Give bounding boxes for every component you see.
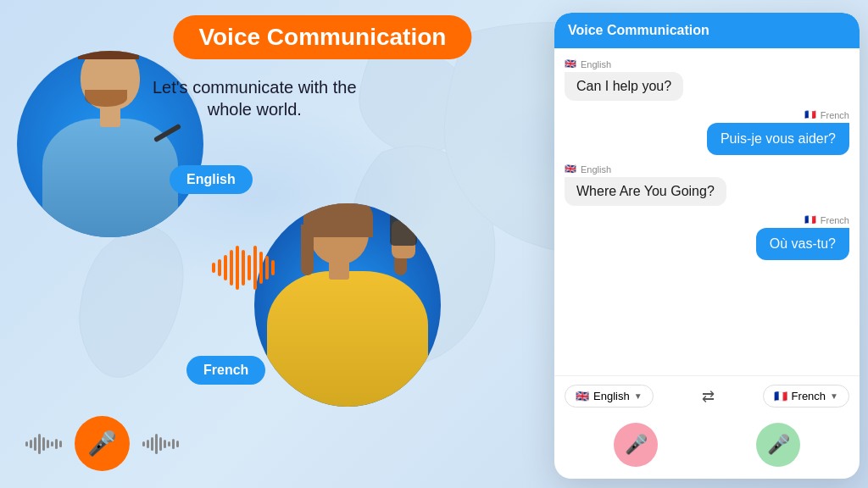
left-lang-label: English: [593, 390, 630, 402]
msg-lang-2: English: [581, 164, 611, 175]
message-3: 🇫🇷 French Où vas-tu?: [756, 214, 849, 260]
message-2: 🇬🇧 English Where Are You Going?: [565, 164, 726, 206]
msg-flag-2: 🇬🇧: [565, 164, 576, 175]
phone-header-title: Voice Communication: [568, 23, 846, 38]
person-circle-right: [254, 203, 441, 407]
message-1: 🇫🇷 French Puis-je vous aider?: [707, 109, 849, 155]
subtitle-line2: whole world.: [153, 98, 357, 120]
right-lang-chevron: ▼: [830, 391, 838, 401]
bottom-mic-area: 🎤: [25, 416, 179, 471]
right-lang-label: French: [792, 390, 826, 402]
msg-bubble-3: Où vas-tu?: [756, 228, 849, 260]
msg-label-0: 🇬🇧 English: [565, 58, 683, 69]
center-sound-waves: [212, 246, 275, 290]
msg-label-2: 🇬🇧 English: [565, 164, 726, 175]
french-badge: French: [186, 356, 265, 385]
msg-flag-0: 🇬🇧: [565, 58, 576, 69]
left-lang-chevron: ▼: [634, 391, 643, 401]
msg-bubble-0: Can I help you?: [565, 72, 683, 101]
msg-label-3: 🇫🇷 French: [756, 214, 849, 225]
message-0: 🇬🇧 English Can I help you?: [565, 58, 683, 101]
swap-icon[interactable]: ⇄: [702, 387, 715, 406]
msg-lang-3: French: [821, 215, 849, 225]
app-title: Voice Communication: [198, 24, 446, 51]
phone-header: Voice Communication: [554, 13, 860, 48]
left-section: Voice Communication Let's communicate wi…: [0, 0, 526, 488]
mic-button-main[interactable]: 🎤: [75, 416, 130, 471]
msg-label-1: 🇫🇷 French: [707, 109, 849, 120]
subtitle: Let's communicate with the whole world.: [153, 76, 357, 120]
msg-flag-1: 🇫🇷: [804, 109, 816, 120]
left-flag-icon: 🇬🇧: [576, 390, 589, 402]
left-lang-btn[interactable]: 🇬🇧 English ▼: [565, 385, 654, 408]
right-lang-btn[interactable]: 🇫🇷 French ▼: [763, 385, 849, 408]
subtitle-line1: Let's communicate with the: [153, 76, 357, 98]
msg-bubble-2: Where Are You Going?: [565, 177, 726, 206]
title-banner: Voice Communication: [173, 15, 471, 59]
chat-area: 🇬🇧 English Can I help you? 🇫🇷 French Pui…: [554, 48, 860, 375]
phone-ui: Voice Communication 🇬🇧 English Can I hel…: [554, 13, 860, 479]
msg-lang-0: English: [581, 59, 611, 69]
phone-mic-buttons: 🎤 🎤: [554, 416, 860, 479]
right-sound-waves: [142, 434, 179, 454]
french-badge-text: French: [203, 363, 248, 377]
left-sound-waves: [25, 434, 62, 454]
mic-button-green[interactable]: 🎤: [756, 423, 800, 467]
msg-bubble-1: Puis-je vous aider?: [707, 123, 849, 155]
right-flag-icon: 🇫🇷: [774, 390, 787, 402]
msg-flag-3: 🇫🇷: [804, 214, 816, 225]
language-selector: 🇬🇧 English ▼ ⇄ 🇫🇷 French ▼: [554, 375, 860, 416]
english-badge-text: English: [186, 172, 236, 186]
english-badge: English: [170, 165, 253, 194]
msg-lang-1: French: [821, 110, 849, 120]
mic-button-pink[interactable]: 🎤: [614, 423, 658, 467]
